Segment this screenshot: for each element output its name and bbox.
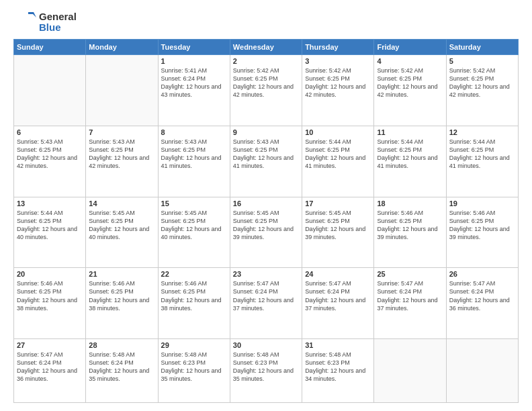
calendar-cell: 27Sunrise: 5:47 AM Sunset: 6:24 PM Dayli… — [14, 339, 86, 403]
day-number: 4 — [377, 57, 443, 65]
day-info: Sunrise: 5:47 AM Sunset: 6:24 PM Dayligh… — [233, 279, 299, 312]
day-info: Sunrise: 5:44 AM Sunset: 6:25 PM Dayligh… — [377, 138, 443, 171]
day-number: 3 — [305, 57, 371, 65]
calendar-cell: 30Sunrise: 5:48 AM Sunset: 6:23 PM Dayli… — [230, 339, 302, 403]
calendar-cell: 7Sunrise: 5:43 AM Sunset: 6:25 PM Daylig… — [86, 126, 158, 197]
calendar-cell: 29Sunrise: 5:48 AM Sunset: 6:23 PM Dayli… — [158, 339, 230, 403]
day-number: 16 — [233, 199, 299, 208]
logo: General Blue — [13, 11, 77, 34]
calendar-cell: 11Sunrise: 5:44 AM Sunset: 6:25 PM Dayli… — [374, 126, 446, 197]
day-info: Sunrise: 5:43 AM Sunset: 6:25 PM Dayligh… — [233, 138, 299, 171]
day-header: Monday — [86, 40, 158, 55]
day-number: 28 — [89, 341, 154, 349]
day-info: Sunrise: 5:46 AM Sunset: 6:25 PM Dayligh… — [377, 209, 443, 242]
day-number: 22 — [161, 270, 227, 278]
calendar-cell — [86, 55, 158, 126]
calendar-cell: 8Sunrise: 5:43 AM Sunset: 6:25 PM Daylig… — [158, 126, 230, 197]
day-number: 7 — [89, 128, 154, 136]
calendar-cell: 18Sunrise: 5:46 AM Sunset: 6:25 PM Dayli… — [374, 197, 446, 268]
calendar-cell — [374, 339, 446, 403]
day-number: 29 — [161, 341, 227, 349]
day-info: Sunrise: 5:42 AM Sunset: 6:25 PM Dayligh… — [305, 66, 371, 99]
day-number: 19 — [449, 199, 515, 208]
day-info: Sunrise: 5:47 AM Sunset: 6:24 PM Dayligh… — [17, 351, 83, 383]
day-number: 6 — [17, 128, 83, 136]
day-info: Sunrise: 5:42 AM Sunset: 6:25 PM Dayligh… — [233, 66, 299, 99]
calendar-cell: 13Sunrise: 5:44 AM Sunset: 6:25 PM Dayli… — [14, 197, 86, 268]
day-number: 2 — [233, 57, 299, 65]
day-number: 5 — [449, 57, 515, 65]
calendar-cell: 19Sunrise: 5:46 AM Sunset: 6:25 PM Dayli… — [446, 197, 518, 268]
day-info: Sunrise: 5:46 AM Sunset: 6:25 PM Dayligh… — [161, 279, 227, 312]
day-info: Sunrise: 5:45 AM Sunset: 6:25 PM Dayligh… — [233, 209, 299, 242]
day-info: Sunrise: 5:43 AM Sunset: 6:25 PM Dayligh… — [161, 138, 227, 171]
day-number: 31 — [305, 341, 371, 349]
calendar-cell — [14, 55, 86, 126]
day-number: 21 — [89, 270, 154, 278]
day-info: Sunrise: 5:42 AM Sunset: 6:25 PM Dayligh… — [377, 66, 443, 99]
day-info: Sunrise: 5:46 AM Sunset: 6:25 PM Dayligh… — [449, 209, 515, 242]
calendar-cell: 22Sunrise: 5:46 AM Sunset: 6:25 PM Dayli… — [158, 268, 230, 339]
calendar-cell: 12Sunrise: 5:44 AM Sunset: 6:25 PM Dayli… — [446, 126, 518, 197]
day-info: Sunrise: 5:42 AM Sunset: 6:25 PM Dayligh… — [449, 66, 515, 99]
logo-blue: Blue — [39, 22, 77, 34]
day-number: 10 — [305, 128, 371, 136]
day-number: 25 — [377, 270, 443, 278]
logo-svg — [13, 11, 36, 34]
day-number: 23 — [233, 270, 299, 278]
day-info: Sunrise: 5:47 AM Sunset: 6:24 PM Dayligh… — [449, 279, 515, 312]
day-number: 27 — [17, 341, 83, 349]
calendar-cell: 16Sunrise: 5:45 AM Sunset: 6:25 PM Dayli… — [230, 197, 302, 268]
day-number: 14 — [89, 199, 154, 208]
calendar-cell: 10Sunrise: 5:44 AM Sunset: 6:25 PM Dayli… — [302, 126, 374, 197]
calendar-cell: 23Sunrise: 5:47 AM Sunset: 6:24 PM Dayli… — [230, 268, 302, 339]
day-info: Sunrise: 5:46 AM Sunset: 6:25 PM Dayligh… — [17, 279, 83, 312]
day-number: 15 — [161, 199, 227, 208]
calendar-table: SundayMondayTuesdayWednesdayThursdayFrid… — [13, 39, 519, 403]
day-info: Sunrise: 5:44 AM Sunset: 6:25 PM Dayligh… — [305, 138, 371, 171]
day-number: 1 — [161, 57, 227, 65]
day-info: Sunrise: 5:48 AM Sunset: 6:23 PM Dayligh… — [305, 351, 371, 383]
day-info: Sunrise: 5:45 AM Sunset: 6:25 PM Dayligh… — [89, 209, 154, 242]
logo-general: General — [39, 11, 77, 23]
calendar-cell: 1Sunrise: 5:41 AM Sunset: 6:24 PM Daylig… — [158, 55, 230, 126]
day-number: 11 — [377, 128, 443, 136]
calendar-cell: 4Sunrise: 5:42 AM Sunset: 6:25 PM Daylig… — [374, 55, 446, 126]
day-header: Tuesday — [158, 40, 230, 55]
day-number: 20 — [17, 270, 83, 278]
day-header: Saturday — [446, 40, 518, 55]
calendar-cell: 3Sunrise: 5:42 AM Sunset: 6:25 PM Daylig… — [302, 55, 374, 126]
calendar-cell: 2Sunrise: 5:42 AM Sunset: 6:25 PM Daylig… — [230, 55, 302, 126]
day-header: Friday — [374, 40, 446, 55]
day-number: 26 — [449, 270, 515, 278]
day-info: Sunrise: 5:48 AM Sunset: 6:23 PM Dayligh… — [161, 351, 227, 383]
calendar-cell: 14Sunrise: 5:45 AM Sunset: 6:25 PM Dayli… — [86, 197, 158, 268]
calendar-cell — [446, 339, 518, 403]
day-header: Wednesday — [230, 40, 302, 55]
svg-rect-1 — [28, 12, 34, 14]
day-info: Sunrise: 5:45 AM Sunset: 6:25 PM Dayligh… — [161, 209, 227, 242]
page-header: General Blue — [13, 11, 519, 34]
calendar-cell: 31Sunrise: 5:48 AM Sunset: 6:23 PM Dayli… — [302, 339, 374, 403]
day-info: Sunrise: 5:47 AM Sunset: 6:24 PM Dayligh… — [377, 279, 443, 312]
day-number: 12 — [449, 128, 515, 136]
day-number: 13 — [17, 199, 83, 208]
day-info: Sunrise: 5:46 AM Sunset: 6:25 PM Dayligh… — [89, 279, 154, 312]
day-info: Sunrise: 5:44 AM Sunset: 6:25 PM Dayligh… — [449, 138, 515, 171]
calendar-cell: 28Sunrise: 5:48 AM Sunset: 6:24 PM Dayli… — [86, 339, 158, 403]
calendar-cell: 5Sunrise: 5:42 AM Sunset: 6:25 PM Daylig… — [446, 55, 518, 126]
calendar-cell: 6Sunrise: 5:43 AM Sunset: 6:25 PM Daylig… — [14, 126, 86, 197]
day-info: Sunrise: 5:43 AM Sunset: 6:25 PM Dayligh… — [89, 138, 154, 171]
calendar-cell: 24Sunrise: 5:47 AM Sunset: 6:24 PM Dayli… — [302, 268, 374, 339]
day-header: Sunday — [14, 40, 86, 55]
day-info: Sunrise: 5:48 AM Sunset: 6:24 PM Dayligh… — [89, 351, 154, 383]
calendar-cell: 20Sunrise: 5:46 AM Sunset: 6:25 PM Dayli… — [14, 268, 86, 339]
day-info: Sunrise: 5:41 AM Sunset: 6:24 PM Dayligh… — [161, 66, 227, 99]
calendar-cell: 21Sunrise: 5:46 AM Sunset: 6:25 PM Dayli… — [86, 268, 158, 339]
day-info: Sunrise: 5:48 AM Sunset: 6:23 PM Dayligh… — [233, 351, 299, 383]
calendar-cell: 9Sunrise: 5:43 AM Sunset: 6:25 PM Daylig… — [230, 126, 302, 197]
day-number: 8 — [161, 128, 227, 136]
calendar-cell: 26Sunrise: 5:47 AM Sunset: 6:24 PM Dayli… — [446, 268, 518, 339]
day-info: Sunrise: 5:44 AM Sunset: 6:25 PM Dayligh… — [17, 209, 83, 242]
day-info: Sunrise: 5:45 AM Sunset: 6:25 PM Dayligh… — [305, 209, 371, 242]
